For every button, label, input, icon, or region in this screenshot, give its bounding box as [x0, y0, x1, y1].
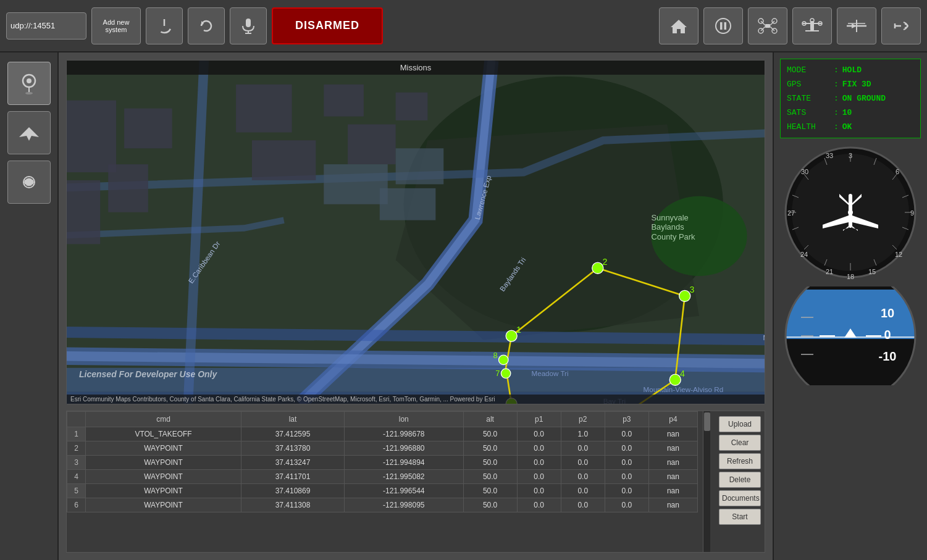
table-row[interactable]: 4WAYPOINT37.411701-121.99508250.00.00.00…	[67, 470, 698, 484]
svg-rect-9	[724, 22, 727, 30]
map-background: Sunnyvale Baylands County Park E.Caribbe…	[67, 61, 765, 404]
col-lat: lat	[241, 412, 345, 427]
refresh-button[interactable]: Refresh	[719, 453, 761, 469]
row-cell: 0.0	[605, 427, 648, 441]
table-btn-panel: Upload Clear Refresh Delete Documents St…	[715, 411, 765, 552]
table-row[interactable]: 1VTOL_TAKEOFF37.412595-121.99867850.00.0…	[67, 427, 698, 441]
mic-icon	[240, 17, 256, 35]
row-cell: nan	[648, 484, 697, 498]
status-info: MODE : HOLD GPS : FIX 3D STATE : ON GROU…	[780, 59, 921, 138]
table-scrollbar[interactable]	[703, 411, 710, 552]
documents-button[interactable]: Documents	[719, 490, 761, 506]
svg-text:3: 3	[690, 285, 695, 295]
vtol-icon	[800, 17, 824, 35]
mode-value: HOLD	[842, 65, 862, 75]
row-cell: 0.0	[561, 484, 605, 498]
disarmed-button[interactable]: DISARMED	[272, 7, 383, 44]
svg-rect-8	[720, 22, 723, 30]
altitude-svg: 10 0 -10	[782, 286, 918, 385]
mic-button[interactable]	[230, 7, 267, 44]
connection-select[interactable]: udp://:14551 tcp://localhost:5760	[6, 12, 86, 40]
clear-button[interactable]: Clear	[719, 435, 761, 451]
sidebar-item-settings[interactable]	[7, 161, 51, 204]
svg-text:Baylands: Baylands	[651, 222, 684, 232]
row-cell: WAYPOINT	[86, 498, 241, 512]
svg-text:6: 6	[896, 168, 899, 175]
row-cell: nan	[648, 427, 697, 441]
right-panel: MODE : HOLD GPS : FIX 3D STATE : ON GROU…	[773, 52, 927, 560]
scrollbar-thumb[interactable]	[704, 412, 710, 431]
row-cell: -121.998095	[345, 498, 464, 512]
svg-text:33: 33	[826, 152, 833, 159]
home-button[interactable]	[659, 7, 698, 44]
gps-value: FIX 3D	[842, 80, 871, 89]
upload-button[interactable]: Upload	[719, 416, 761, 432]
svg-rect-51	[380, 188, 436, 220]
row-cell: 0.0	[517, 498, 561, 512]
svg-text:8: 8	[493, 351, 497, 360]
delete-button[interactable]: Delete	[719, 472, 761, 488]
svg-text:7: 7	[495, 369, 500, 378]
sidebar-item-map[interactable]	[7, 62, 51, 105]
svg-text:1: 1	[516, 325, 521, 335]
main-content: Missions	[0, 52, 927, 560]
svg-text:24: 24	[800, 251, 808, 258]
svg-text:9: 9	[910, 209, 914, 217]
col-alt: alt	[463, 412, 517, 427]
row-cell: nan	[648, 456, 697, 470]
table-row[interactable]: 5WAYPOINT37.410869-121.99654450.00.00.00…	[67, 484, 698, 498]
row-cell: 50.0	[463, 470, 517, 484]
svg-point-119	[848, 210, 853, 215]
status-health-row: HEALTH : OK	[787, 122, 914, 132]
plane-top-icon	[845, 17, 868, 35]
row-cell: 0.0	[517, 484, 561, 498]
row-cell: nan	[648, 441, 697, 456]
svg-point-79	[501, 369, 511, 378]
row-cell: 0.0	[517, 427, 561, 441]
row-cell: 37.412595	[241, 427, 345, 441]
start-button[interactable]: Start	[719, 509, 761, 525]
row-cell: WAYPOINT	[86, 456, 241, 470]
power-icon	[156, 17, 173, 35]
drone-spin-button[interactable]	[748, 7, 787, 44]
row-cell: -121.996544	[345, 484, 464, 498]
row-cell: WAYPOINT	[86, 441, 241, 456]
row-num: 6	[67, 498, 86, 512]
altitude-indicator: 10 0 -10	[782, 286, 918, 554]
vtol-button[interactable]	[792, 7, 832, 44]
table-scroll[interactable]: cmd lat lon alt p1 p2 p3 p4 1VTOL_TAKEOF…	[67, 411, 698, 552]
pause-button[interactable]	[703, 7, 743, 44]
svg-text:0: 0	[884, 328, 891, 341]
compass-svg: 3 6 9 12 15 18 21 24 27 30 33	[782, 144, 918, 280]
waypoint-section: cmd lat lon alt p1 p2 p3 p4 1VTOL_TAKEOF…	[66, 411, 765, 553]
center-panel: Missions	[59, 52, 773, 560]
reset-button[interactable]	[188, 7, 225, 44]
svg-rect-45	[252, 140, 316, 180]
table-row[interactable]: 6WAYPOINT37.411308-121.99809550.00.00.00…	[67, 498, 698, 512]
map-attribution: Esri Community Maps Contributors, County…	[67, 395, 765, 404]
top-right-icons	[659, 7, 921, 44]
power-button[interactable]	[146, 7, 183, 44]
row-cell: 50.0	[463, 441, 517, 456]
col-p4: p4	[648, 412, 697, 427]
col-p3: p3	[605, 412, 648, 427]
plane-top-button[interactable]	[837, 7, 876, 44]
row-cell: -121.998678	[345, 427, 464, 441]
connect-button[interactable]	[881, 7, 921, 44]
row-cell: 50.0	[463, 456, 517, 470]
col-num	[67, 412, 86, 427]
map-container[interactable]: Missions	[66, 60, 765, 404]
row-cell: -121.994894	[345, 456, 464, 470]
row-cell: 0.0	[517, 470, 561, 484]
plane-icon	[18, 123, 40, 142]
add-system-button[interactable]: Add newsystem	[91, 7, 141, 44]
connection-dropdown[interactable]: udp://:14551 tcp://localhost:5760	[7, 19, 86, 33]
svg-rect-43	[124, 109, 172, 149]
svg-text:Mountai: Mountai	[763, 333, 765, 341]
row-cell: 50.0	[463, 498, 517, 512]
sidebar-item-plane[interactable]	[7, 111, 51, 154]
table-row[interactable]: 2WAYPOINT37.413780-121.99688050.00.00.00…	[67, 441, 698, 456]
sats-label: SATS	[787, 108, 830, 117]
table-row[interactable]: 3WAYPOINT37.413247-121.99489450.00.00.00…	[67, 456, 698, 470]
col-cmd: cmd	[86, 412, 241, 427]
